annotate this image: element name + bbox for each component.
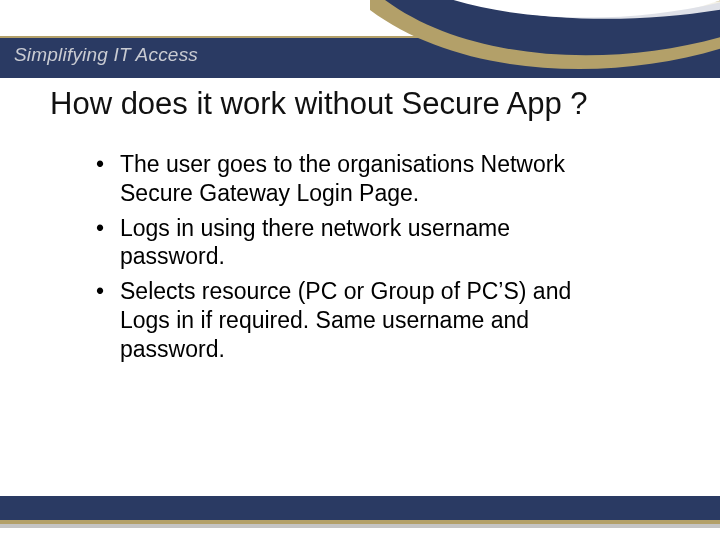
slide-title: How does it work without Secure App ? (50, 86, 670, 122)
list-item: Selects resource (PC or Group of PC’S) a… (90, 277, 602, 363)
tagline-text: Simplifying IT Access (14, 44, 198, 66)
list-item: The user goes to the organisations Netwo… (90, 150, 602, 208)
header-banner: Simplifying IT Access (0, 0, 720, 78)
bullet-list: The user goes to the organisations Netwo… (90, 150, 602, 363)
banner-accent-line (0, 36, 720, 38)
footer-shadow (0, 524, 720, 528)
footer-stripe (0, 496, 720, 520)
footer-banner (0, 496, 720, 532)
list-item: Logs in using there network username pas… (90, 214, 602, 272)
